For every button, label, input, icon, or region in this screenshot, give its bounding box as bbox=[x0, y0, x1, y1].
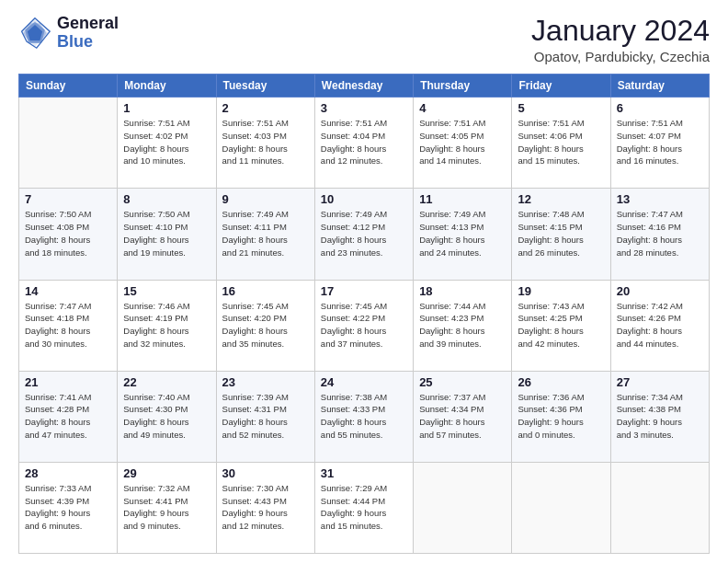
table-cell: 8Sunrise: 7:50 AMSunset: 4:10 PMDaylight… bbox=[118, 189, 216, 280]
day-info: Sunrise: 7:47 AMSunset: 4:18 PMDaylight:… bbox=[25, 300, 111, 350]
day-info: Sunrise: 7:51 AMSunset: 4:07 PMDaylight:… bbox=[617, 117, 703, 167]
day-info: Sunrise: 7:48 AMSunset: 4:15 PMDaylight:… bbox=[518, 208, 604, 259]
week-row-5: 28Sunrise: 7:33 AMSunset: 4:39 PMDayligh… bbox=[19, 462, 710, 553]
weekday-header-row: Sunday Monday Tuesday Wednesday Thursday… bbox=[19, 75, 710, 98]
table-cell: 1Sunrise: 7:51 AMSunset: 4:02 PMDaylight… bbox=[118, 98, 216, 189]
day-info: Sunrise: 7:32 AMSunset: 4:41 PMDaylight:… bbox=[123, 482, 210, 533]
header-thursday: Thursday bbox=[414, 75, 512, 98]
day-number: 6 bbox=[617, 101, 703, 115]
day-info: Sunrise: 7:51 AMSunset: 4:02 PMDaylight:… bbox=[123, 117, 210, 167]
day-number: 11 bbox=[419, 192, 506, 206]
month-title: January 2024 bbox=[531, 15, 710, 47]
table-cell: 19Sunrise: 7:43 AMSunset: 4:25 PMDayligh… bbox=[512, 280, 610, 371]
table-cell: 5Sunrise: 7:51 AMSunset: 4:06 PMDaylight… bbox=[512, 98, 610, 189]
day-number: 22 bbox=[123, 375, 210, 389]
day-number: 21 bbox=[25, 375, 111, 389]
header-tuesday: Tuesday bbox=[216, 75, 314, 98]
day-number: 24 bbox=[321, 375, 407, 389]
table-cell: 18Sunrise: 7:44 AMSunset: 4:23 PMDayligh… bbox=[414, 280, 512, 371]
table-cell: 15Sunrise: 7:46 AMSunset: 4:19 PMDayligh… bbox=[118, 280, 216, 371]
table-cell: 27Sunrise: 7:34 AMSunset: 4:38 PMDayligh… bbox=[610, 371, 709, 462]
day-number: 17 bbox=[321, 284, 407, 298]
day-number: 23 bbox=[222, 375, 309, 389]
day-number: 15 bbox=[123, 284, 210, 298]
table-cell: 24Sunrise: 7:38 AMSunset: 4:33 PMDayligh… bbox=[314, 371, 413, 462]
table-cell: 22Sunrise: 7:40 AMSunset: 4:30 PMDayligh… bbox=[118, 371, 216, 462]
table-cell: 12Sunrise: 7:48 AMSunset: 4:15 PMDayligh… bbox=[512, 189, 610, 280]
day-info: Sunrise: 7:30 AMSunset: 4:43 PMDaylight:… bbox=[222, 482, 309, 533]
table-cell: 11Sunrise: 7:49 AMSunset: 4:13 PMDayligh… bbox=[414, 189, 512, 280]
day-info: Sunrise: 7:39 AMSunset: 4:31 PMDaylight:… bbox=[222, 391, 309, 442]
page: General Blue January 2024 Opatov, Pardub… bbox=[0, 0, 728, 563]
week-row-3: 14Sunrise: 7:47 AMSunset: 4:18 PMDayligh… bbox=[19, 280, 710, 371]
table-cell: 4Sunrise: 7:51 AMSunset: 4:05 PMDaylight… bbox=[414, 98, 512, 189]
header-friday: Friday bbox=[512, 75, 610, 98]
table-cell: 26Sunrise: 7:36 AMSunset: 4:36 PMDayligh… bbox=[512, 371, 610, 462]
day-info: Sunrise: 7:47 AMSunset: 4:16 PMDaylight:… bbox=[617, 208, 703, 259]
day-number: 2 bbox=[222, 101, 309, 115]
table-cell: 30Sunrise: 7:30 AMSunset: 4:43 PMDayligh… bbox=[216, 462, 314, 553]
day-number: 12 bbox=[518, 192, 604, 206]
logo-line1: General bbox=[57, 15, 119, 33]
header-sunday: Sunday bbox=[19, 75, 118, 98]
table-cell: 10Sunrise: 7:49 AMSunset: 4:12 PMDayligh… bbox=[314, 189, 413, 280]
day-number: 18 bbox=[419, 284, 506, 298]
logo-line2: Blue bbox=[57, 33, 119, 52]
day-info: Sunrise: 7:33 AMSunset: 4:39 PMDaylight:… bbox=[25, 482, 111, 533]
day-number: 4 bbox=[419, 101, 506, 115]
day-info: Sunrise: 7:29 AMSunset: 4:44 PMDaylight:… bbox=[321, 482, 407, 533]
day-info: Sunrise: 7:50 AMSunset: 4:10 PMDaylight:… bbox=[123, 208, 210, 259]
table-cell: 20Sunrise: 7:42 AMSunset: 4:26 PMDayligh… bbox=[610, 280, 709, 371]
day-info: Sunrise: 7:45 AMSunset: 4:20 PMDaylight:… bbox=[222, 300, 309, 350]
day-info: Sunrise: 7:49 AMSunset: 4:13 PMDaylight:… bbox=[419, 208, 506, 259]
header-monday: Monday bbox=[118, 75, 216, 98]
day-number: 14 bbox=[25, 284, 111, 298]
day-number: 7 bbox=[25, 192, 111, 206]
day-number: 26 bbox=[518, 375, 604, 389]
day-info: Sunrise: 7:45 AMSunset: 4:22 PMDaylight:… bbox=[321, 300, 407, 350]
header: General Blue January 2024 Opatov, Pardub… bbox=[18, 15, 710, 64]
day-number: 27 bbox=[617, 375, 703, 389]
table-cell bbox=[512, 462, 610, 553]
table-cell: 31Sunrise: 7:29 AMSunset: 4:44 PMDayligh… bbox=[314, 462, 413, 553]
week-row-4: 21Sunrise: 7:41 AMSunset: 4:28 PMDayligh… bbox=[19, 371, 710, 462]
table-cell: 25Sunrise: 7:37 AMSunset: 4:34 PMDayligh… bbox=[414, 371, 512, 462]
logo-icon bbox=[18, 17, 51, 50]
table-cell: 13Sunrise: 7:47 AMSunset: 4:16 PMDayligh… bbox=[610, 189, 709, 280]
table-cell: 28Sunrise: 7:33 AMSunset: 4:39 PMDayligh… bbox=[19, 462, 118, 553]
day-info: Sunrise: 7:50 AMSunset: 4:08 PMDaylight:… bbox=[25, 208, 111, 259]
table-cell: 9Sunrise: 7:49 AMSunset: 4:11 PMDaylight… bbox=[216, 189, 314, 280]
day-number: 28 bbox=[25, 466, 111, 480]
day-info: Sunrise: 7:43 AMSunset: 4:25 PMDaylight:… bbox=[518, 300, 604, 350]
header-saturday: Saturday bbox=[610, 75, 709, 98]
header-wednesday: Wednesday bbox=[314, 75, 413, 98]
day-info: Sunrise: 7:40 AMSunset: 4:30 PMDaylight:… bbox=[123, 391, 210, 442]
day-number: 30 bbox=[222, 466, 309, 480]
table-cell: 23Sunrise: 7:39 AMSunset: 4:31 PMDayligh… bbox=[216, 371, 314, 462]
location: Opatov, Pardubicky, Czechia bbox=[531, 49, 710, 64]
table-cell: 16Sunrise: 7:45 AMSunset: 4:20 PMDayligh… bbox=[216, 280, 314, 371]
day-info: Sunrise: 7:49 AMSunset: 4:12 PMDaylight:… bbox=[321, 208, 407, 259]
day-number: 1 bbox=[123, 101, 210, 115]
calendar-table: Sunday Monday Tuesday Wednesday Thursday… bbox=[18, 74, 710, 554]
day-number: 9 bbox=[222, 192, 309, 206]
day-number: 20 bbox=[617, 284, 703, 298]
day-info: Sunrise: 7:46 AMSunset: 4:19 PMDaylight:… bbox=[123, 300, 210, 350]
day-number: 3 bbox=[321, 101, 407, 115]
table-cell bbox=[19, 98, 118, 189]
table-cell: 3Sunrise: 7:51 AMSunset: 4:04 PMDaylight… bbox=[314, 98, 413, 189]
table-cell: 2Sunrise: 7:51 AMSunset: 4:03 PMDaylight… bbox=[216, 98, 314, 189]
day-number: 25 bbox=[419, 375, 506, 389]
table-cell: 17Sunrise: 7:45 AMSunset: 4:22 PMDayligh… bbox=[314, 280, 413, 371]
day-number: 5 bbox=[518, 101, 604, 115]
day-info: Sunrise: 7:42 AMSunset: 4:26 PMDaylight:… bbox=[617, 300, 703, 350]
day-number: 31 bbox=[321, 466, 407, 480]
day-number: 29 bbox=[123, 466, 210, 480]
table-cell: 29Sunrise: 7:32 AMSunset: 4:41 PMDayligh… bbox=[118, 462, 216, 553]
day-number: 16 bbox=[222, 284, 309, 298]
day-number: 10 bbox=[321, 192, 407, 206]
day-info: Sunrise: 7:49 AMSunset: 4:11 PMDaylight:… bbox=[222, 208, 309, 259]
table-cell bbox=[610, 462, 709, 553]
day-number: 13 bbox=[617, 192, 703, 206]
week-row-2: 7Sunrise: 7:50 AMSunset: 4:08 PMDaylight… bbox=[19, 189, 710, 280]
